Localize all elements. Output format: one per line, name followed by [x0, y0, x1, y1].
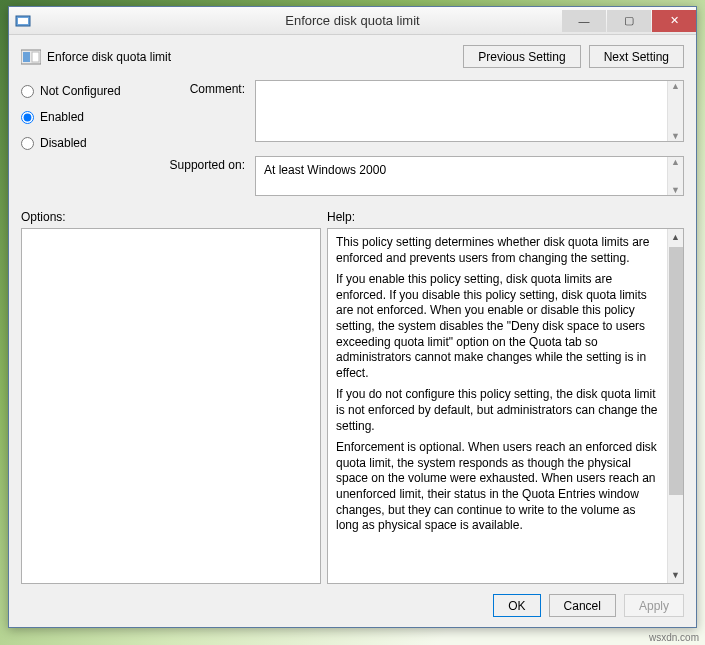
ok-button[interactable]: OK: [493, 594, 540, 617]
supported-on-label: Supported on:: [169, 156, 255, 172]
scroll-down-icon[interactable]: ▼: [671, 185, 680, 195]
scroll-up-icon[interactable]: ▲: [671, 157, 680, 167]
radio-enabled[interactable]: Enabled: [21, 110, 161, 124]
state-radio-group: Not Configured Enabled Disabled: [21, 80, 161, 196]
svg-rect-3: [23, 52, 30, 62]
radio-enabled-label: Enabled: [40, 110, 84, 124]
help-paragraph: If you do not configure this policy sett…: [336, 387, 659, 434]
policy-icon: [21, 48, 41, 66]
help-text: This policy setting determines whether d…: [328, 229, 667, 583]
comment-scrollbar[interactable]: ▲ ▼: [667, 81, 683, 141]
watermark: wsxdn.com: [649, 632, 699, 643]
page-title: Enforce disk quota limit: [47, 50, 171, 64]
radio-not-configured-input[interactable]: [21, 85, 34, 98]
svg-rect-4: [32, 52, 39, 62]
app-icon: [15, 13, 31, 29]
dialog-window: Enforce disk quota limit — ▢ ✕ Enforce d…: [8, 6, 697, 628]
help-panel: This policy setting determines whether d…: [327, 228, 684, 584]
minimize-button[interactable]: —: [562, 10, 606, 32]
supported-on-textbox: At least Windows 2000 ▲ ▼: [255, 156, 684, 196]
help-paragraph: This policy setting determines whether d…: [336, 235, 659, 266]
help-paragraph: Enforcement is optional. When users reac…: [336, 440, 659, 534]
radio-enabled-input[interactable]: [21, 111, 34, 124]
scroll-thumb[interactable]: [669, 247, 683, 495]
options-label: Options:: [21, 210, 327, 224]
header-row: Enforce disk quota limit Previous Settin…: [21, 45, 684, 68]
scroll-up-icon[interactable]: ▲: [671, 81, 680, 91]
next-setting-button[interactable]: Next Setting: [589, 45, 684, 68]
help-paragraph: If you enable this policy setting, disk …: [336, 272, 659, 381]
supported-scrollbar[interactable]: ▲ ▼: [667, 157, 683, 195]
help-label: Help:: [327, 210, 355, 224]
maximize-button[interactable]: ▢: [607, 10, 651, 32]
footer-buttons: OK Cancel Apply: [21, 584, 684, 617]
titlebar: Enforce disk quota limit — ▢ ✕: [9, 7, 696, 35]
content-area: Enforce disk quota limit Previous Settin…: [9, 35, 696, 627]
options-panel: [21, 228, 321, 584]
supported-on-value: At least Windows 2000: [264, 163, 386, 177]
help-scrollbar[interactable]: ▲ ▼: [667, 229, 683, 583]
previous-setting-button[interactable]: Previous Setting: [463, 45, 580, 68]
radio-not-configured[interactable]: Not Configured: [21, 84, 161, 98]
scroll-down-icon[interactable]: ▼: [671, 567, 680, 583]
radio-not-configured-label: Not Configured: [40, 84, 121, 98]
comment-textbox[interactable]: ▲ ▼: [255, 80, 684, 142]
apply-button: Apply: [624, 594, 684, 617]
scroll-down-icon[interactable]: ▼: [671, 131, 680, 141]
close-button[interactable]: ✕: [652, 10, 696, 32]
svg-rect-1: [18, 18, 28, 24]
radio-disabled-input[interactable]: [21, 137, 34, 150]
scroll-up-icon[interactable]: ▲: [671, 229, 680, 245]
radio-disabled[interactable]: Disabled: [21, 136, 161, 150]
radio-disabled-label: Disabled: [40, 136, 87, 150]
cancel-button[interactable]: Cancel: [549, 594, 616, 617]
comment-label: Comment:: [169, 80, 255, 96]
